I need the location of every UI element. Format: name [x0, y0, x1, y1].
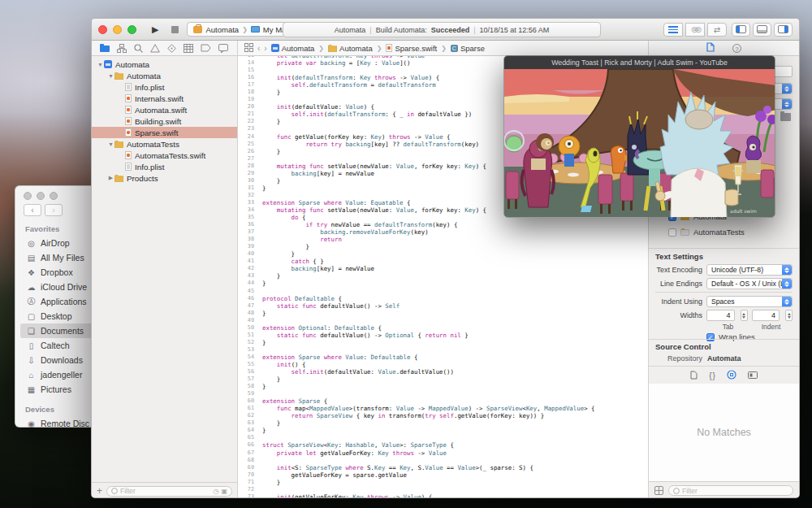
tree-item-info-plist[interactable]: Info.plist: [92, 161, 237, 172]
xcode-zoom-button[interactable]: [127, 25, 136, 34]
breakpoint-navigator-icon[interactable]: [201, 44, 211, 52]
finder-item-label: Caltech: [41, 341, 70, 350]
indent-width-field[interactable]: 4: [752, 310, 780, 321]
folder-icon: [114, 141, 123, 148]
pictures-icon: ▦: [25, 385, 37, 394]
video-content[interactable]: adult swim: [504, 69, 775, 218]
disclosure-triangle[interactable]: ▼: [107, 73, 114, 79]
target-checkbox-automatatests[interactable]: [668, 228, 676, 237]
toggle-utilities-button[interactable]: [774, 23, 793, 37]
full-path-folder-icon[interactable]: [780, 113, 791, 121]
library-empty-message: No Matches: [697, 427, 751, 438]
code-line: }: [262, 427, 648, 434]
finder-back-button[interactable]: ‹: [24, 204, 41, 216]
project-navigator-icon[interactable]: [100, 44, 110, 53]
toggle-debug-area-button[interactable]: [753, 23, 771, 37]
line-number: 22: [238, 118, 254, 125]
jump-back-button[interactable]: ‹: [257, 44, 260, 53]
tree-item-automatatests[interactable]: ▼AutomataTests: [92, 138, 237, 150]
project-icon: [104, 60, 112, 68]
breadcrumb-sparse-swift[interactable]: Sparse.swift: [386, 44, 437, 53]
test-navigator-icon[interactable]: [167, 44, 176, 53]
code-line: func map<MappedValue>(transform: Value -…: [262, 405, 648, 412]
related-items-icon[interactable]: [244, 43, 253, 54]
xcode-close-button[interactable]: [98, 25, 107, 34]
video-player-window[interactable]: Wedding Toast | Rick and Morty | Adult S…: [503, 55, 775, 218]
finder-zoom-button[interactable]: [50, 192, 58, 200]
wrap-lines-checkbox[interactable]: ✓: [706, 333, 715, 341]
breadcrumb-automata[interactable]: Automata: [271, 44, 315, 53]
line-number: 18: [238, 89, 254, 96]
breadcrumb-automata[interactable]: Automata: [328, 44, 373, 53]
line-number: 50: [238, 324, 254, 332]
tree-item-automata[interactable]: ▼Automata: [92, 59, 237, 70]
breadcrumb-label: Automata: [339, 44, 373, 53]
video-titlebar[interactable]: Wedding Toast | Rick and Morty | Adult S…: [504, 56, 775, 69]
toggle-navigator-button[interactable]: [732, 23, 750, 37]
xcode-minimize-button[interactable]: [113, 25, 122, 34]
tree-item-automata[interactable]: ▼Automata: [92, 70, 237, 81]
version-editor-button[interactable]: ⇄: [707, 23, 727, 37]
issue-navigator-icon[interactable]: [150, 44, 160, 53]
library-filter-field[interactable]: Filter: [668, 485, 793, 496]
status-project: Automata: [335, 26, 366, 34]
disclosure-triangle[interactable]: ▼: [107, 141, 114, 147]
stop-button[interactable]: [171, 26, 179, 33]
applications-icon: Ⓐ: [25, 296, 37, 307]
jump-forward-button[interactable]: ›: [264, 44, 266, 53]
disclosure-triangle[interactable]: ▶: [107, 175, 114, 181]
assistant-editor-button[interactable]: ◎◎: [685, 23, 705, 37]
tree-item-info-plist[interactable]: Info.plist: [92, 81, 237, 93]
tab-width-stepper[interactable]: [741, 310, 748, 321]
line-number: 46: [238, 295, 254, 302]
standard-editor-button[interactable]: [663, 23, 683, 37]
swift-icon: [386, 44, 392, 52]
tree-item-label: Sparse.swift: [135, 128, 178, 137]
tree-item-sparse-swift[interactable]: Sparse.swift: [92, 127, 237, 138]
wrap-lines-row[interactable]: ✓ Wrap lines: [706, 332, 799, 341]
disclosure-triangle[interactable]: ▼: [97, 62, 104, 67]
navigator-panel-icon: [736, 25, 746, 33]
run-button[interactable]: ▶: [152, 24, 158, 35]
quick-help-icon[interactable]: ?: [732, 44, 741, 53]
file-inspector-icon[interactable]: [706, 42, 715, 54]
finder-item-label: jadengeller: [41, 370, 82, 380]
code-snippet-library-icon[interactable]: { }: [709, 371, 715, 380]
target-row-automatatests[interactable]: AutomataTests: [668, 228, 799, 237]
code-line: [262, 317, 648, 324]
code-line: }: [262, 383, 648, 390]
library-view-mode-icon[interactable]: [654, 486, 663, 495]
tree-item-building-swift[interactable]: Building.swift: [92, 115, 237, 127]
breadcrumb-label: Automata: [282, 44, 315, 53]
swift-icon: [125, 128, 132, 137]
tree-item-automatatests-swift[interactable]: AutomataTests.swift: [92, 150, 237, 161]
breadcrumb-sparse[interactable]: CSparse: [451, 44, 485, 53]
utilities-panel-icon: [778, 25, 788, 33]
report-navigator-icon[interactable]: [218, 44, 228, 53]
finder-close-button[interactable]: [24, 192, 32, 200]
line-number: 54: [238, 354, 254, 361]
tree-item-internals-swift[interactable]: Internals.swift: [92, 93, 237, 104]
file-template-library-icon[interactable]: [690, 371, 698, 381]
symbol-navigator-icon[interactable]: [117, 44, 127, 53]
debug-navigator-icon[interactable]: [184, 44, 193, 53]
tree-item-products[interactable]: ▶Products: [92, 172, 237, 184]
add-file-button[interactable]: +: [97, 485, 102, 497]
finder-forward-button[interactable]: ›: [45, 204, 63, 216]
scheme-selector[interactable]: Automata ❯ My Mac: [187, 22, 296, 37]
finder-minimize-button[interactable]: [37, 192, 45, 200]
line-endings-popup[interactable]: Default - OS X / Unix (LF): [706, 278, 793, 289]
tab-width-field[interactable]: 4: [706, 310, 735, 321]
finder-item-label: Pictures: [41, 384, 71, 394]
media-library-icon[interactable]: [748, 371, 758, 380]
search-navigator-icon[interactable]: [134, 44, 143, 53]
recent-files-filter-icon[interactable]: ◷: [213, 488, 218, 495]
tree-item-automata-swift[interactable]: Automata.swift: [92, 104, 237, 115]
tree-item-label: Automata: [115, 60, 149, 69]
navigator-filter-field[interactable]: Filter ◷ ▣: [106, 486, 232, 497]
text-encoding-popup[interactable]: Unicode (UTF-8): [706, 264, 793, 276]
indent-using-popup[interactable]: Spaces: [706, 296, 793, 307]
indent-width-stepper[interactable]: [785, 310, 793, 321]
scm-filter-icon[interactable]: ▣: [221, 488, 227, 495]
object-library-icon[interactable]: [727, 370, 736, 381]
